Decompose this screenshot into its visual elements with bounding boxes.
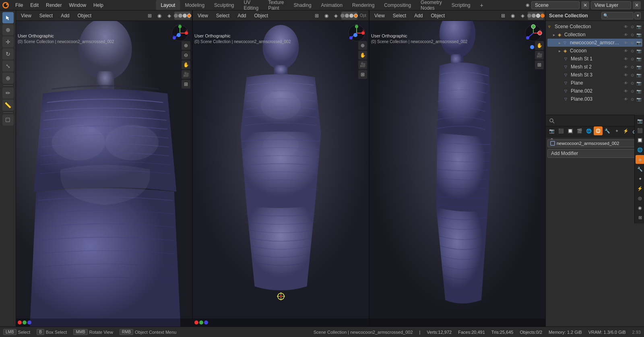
vp2-opt[interactable]: Opt	[359, 13, 367, 18]
vp3-menu-view[interactable]: View	[371, 12, 388, 19]
add-modifier-btn[interactable]: Add Modifier ▾	[547, 149, 642, 158]
tree-eye-collection[interactable]: 👁	[623, 32, 629, 37]
vp1-camera[interactable]: 🎥	[182, 70, 190, 79]
engine-selector[interactable]: ◉	[526, 2, 530, 8]
tree-render-mesh-st2[interactable]: 📷	[636, 64, 642, 70]
tree-eye-newcocoon2[interactable]: 👁	[623, 40, 629, 45]
vp1-menu-select[interactable]: Select	[36, 12, 56, 19]
tool-rotate[interactable]: ↻	[2, 48, 14, 60]
side-icon-7[interactable]: ✦	[636, 174, 644, 183]
outliner-search[interactable]: 🔍	[601, 12, 634, 19]
vp2-menu-object[interactable]: Object	[251, 12, 272, 19]
tree-eye-plane[interactable]: 👁	[623, 80, 629, 86]
menu-edit[interactable]: Edit	[27, 2, 42, 9]
tab-animation[interactable]: Animation	[316, 0, 347, 10]
tree-cursor-newcocoon2[interactable]: ⊙	[630, 40, 635, 45]
vp2-zoom-in[interactable]: ⊕	[358, 41, 367, 50]
tree-render-scene[interactable]: 📷	[636, 24, 642, 29]
menu-render[interactable]: Render	[43, 2, 65, 9]
tab-texture-paint[interactable]: Texture Paint	[263, 0, 289, 10]
tab-scripting[interactable]: Scripting	[447, 0, 475, 10]
tree-item-newcocoon2[interactable]: ▸ ▽ newcocoon2_armscros… 👁 ⊙ 📷	[547, 39, 642, 47]
tree-cursor-cocoon[interactable]: ⊙	[630, 48, 635, 54]
viewport-1[interactable]: User Orthographic (0) Scene Collection |…	[16, 21, 193, 327]
vp3-zoom-in[interactable]: ✋	[535, 41, 544, 50]
vp1-icon-view[interactable]: ⊞	[145, 12, 154, 20]
side-icon-9[interactable]: ◎	[636, 194, 644, 203]
tab-geometry-nodes[interactable]: Geometry Nodes	[416, 0, 447, 10]
outliner-filter-btn[interactable]: ▾	[634, 12, 641, 19]
tree-render-mesh-st1[interactable]: 📷	[636, 56, 642, 62]
tool-annotate[interactable]: ✏	[2, 87, 14, 99]
tool-select[interactable]	[2, 12, 14, 23]
vp1-zoom-out[interactable]: ⊖	[182, 51, 190, 60]
vp2-shading[interactable]	[341, 12, 357, 20]
vp2-menu-select[interactable]: Select	[213, 12, 233, 19]
tree-cursor-plane002[interactable]: ⊙	[630, 88, 635, 94]
vp1-menu-view[interactable]: View	[18, 12, 35, 19]
tab-compositing[interactable]: Compositing	[379, 0, 416, 10]
side-icon-1[interactable]: 📷	[636, 116, 644, 125]
scene-close-btn[interactable]: ✕	[581, 1, 589, 9]
viewport-3[interactable]: User Orthographic (0) Scene Collection |…	[369, 21, 545, 327]
tree-eye-mesh-st3[interactable]: 👁	[623, 72, 629, 78]
tree-cursor-mesh-st2[interactable]: ⊙	[630, 64, 635, 70]
view-layer-close-btn[interactable]: ✕	[633, 1, 641, 9]
tree-item-cocoon[interactable]: ▸ ◈ Cocoon 👁 ⊙ 📷	[547, 47, 642, 55]
tree-cursor-collection[interactable]: ⊙	[630, 32, 635, 37]
menu-help[interactable]: Help	[90, 2, 107, 9]
vp3-icon-overlay[interactable]: ◉	[508, 12, 517, 20]
menu-file[interactable]: File	[12, 2, 26, 9]
tab-shading[interactable]: Shading	[289, 0, 316, 10]
tree-eye-cocoon[interactable]: 👁	[623, 48, 629, 54]
tree-eye-plane002[interactable]: 👁	[623, 88, 629, 94]
blender-logo[interactable]	[2, 1, 10, 9]
tree-render-mesh-st3[interactable]: 📷	[636, 72, 642, 78]
tree-render-cocoon[interactable]: 📷	[636, 48, 642, 54]
tree-eye-mesh-st1[interactable]: 👁	[623, 56, 629, 62]
vp3-icon-view[interactable]: ⊞	[499, 12, 508, 20]
tree-render-plane002[interactable]: 📷	[636, 88, 642, 94]
vp2-grid[interactable]: ⊞	[358, 70, 367, 79]
tool-scale[interactable]: ⤡	[2, 60, 14, 72]
side-icon-10[interactable]: ◉	[636, 203, 644, 212]
viewport-2[interactable]: User Orthographic (0) Scene Collection |…	[193, 21, 369, 327]
vp2-icon-overlay[interactable]: ◉	[322, 12, 331, 20]
prop-output-icon[interactable]: ⬛	[557, 126, 566, 135]
tree-cursor-mesh-st3[interactable]: ⊙	[630, 72, 635, 78]
vp3-zoom-out[interactable]: 🎥	[535, 51, 544, 60]
vp1-menu-add[interactable]: Add	[58, 12, 72, 19]
tab-uv-editing[interactable]: UV Editing	[239, 0, 263, 10]
prop-viewlayer-icon[interactable]: 🔲	[566, 126, 575, 135]
prop-world-icon[interactable]: 🌐	[584, 126, 593, 135]
vp1-icon-overlay[interactable]: ◉	[155, 12, 164, 20]
menu-window[interactable]: Window	[66, 2, 89, 9]
side-icon-6[interactable]: 🔧	[636, 165, 644, 174]
tab-rendering[interactable]: Rendering	[347, 0, 379, 10]
prop-modifier-icon[interactable]: 🔧	[603, 126, 612, 135]
prop-render-icon[interactable]: 📷	[547, 126, 556, 135]
vp3-menu-select[interactable]: Select	[390, 12, 409, 19]
tree-item-collection[interactable]: ▸ ◈ Collection 👁 ⊙ 📷	[547, 31, 642, 39]
tab-modeling[interactable]: Modeling	[180, 0, 209, 10]
side-icon-11[interactable]: ⊞	[636, 213, 644, 222]
tree-cursor-scene[interactable]: ⊙	[630, 24, 635, 29]
side-icon-3[interactable]: 🔲	[636, 136, 644, 145]
tree-cursor-mesh-st1[interactable]: ⊙	[630, 56, 635, 62]
props-object-name[interactable]: newcocoon2_armscrossed_002	[547, 139, 642, 147]
vp3-grid[interactable]: ⊞	[535, 60, 544, 69]
vp1-zoom-in[interactable]: ⊕	[182, 41, 190, 50]
vp3-shading[interactable]	[528, 12, 544, 20]
vp2-icon-xray[interactable]: ◈	[332, 12, 341, 20]
tree-render-plane003[interactable]: 📷	[636, 96, 642, 102]
tree-eye-scene[interactable]: 👁	[623, 24, 629, 29]
vp3-icon-xray[interactable]: ◈	[518, 12, 527, 20]
vp3-menu-add[interactable]: Add	[411, 12, 426, 19]
side-icon-5[interactable]: ◈	[636, 155, 644, 164]
tool-add[interactable]: ☐	[2, 114, 14, 126]
tree-cursor-plane003[interactable]: ⊙	[630, 96, 635, 102]
vp1-icon-xray[interactable]: ◈	[165, 12, 173, 20]
vp1-menu-object[interactable]: Object	[74, 12, 95, 19]
tool-measure[interactable]: 📏	[2, 99, 14, 111]
tree-eye-plane003[interactable]: 👁	[623, 96, 629, 102]
